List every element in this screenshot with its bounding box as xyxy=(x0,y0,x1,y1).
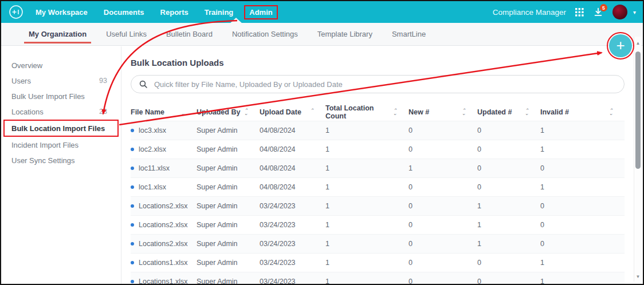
top-nav-item[interactable]: My Workspace xyxy=(32,7,91,18)
sidebar-item[interactable]: Overview xyxy=(5,59,117,72)
quick-filter-input[interactable] xyxy=(153,80,616,89)
logo-icon[interactable] xyxy=(8,4,24,20)
scrollbar-thumb[interactable] xyxy=(635,52,641,169)
column-header[interactable]: Updated # xyxy=(477,108,540,116)
cell-file-name: loc11.xlsx xyxy=(131,164,197,172)
apps-grid-icon[interactable] xyxy=(575,8,584,17)
table-row[interactable]: Locations2.xlsx Super Admin 03/24/2023 1… xyxy=(131,196,625,215)
cell-file-name: Locations2.xlsx xyxy=(131,202,197,210)
table-row[interactable]: loc3.xlsx Super Admin 04/08/2024 1 0 0 1 xyxy=(131,121,625,140)
notification-badge: 5 xyxy=(600,4,607,11)
topbar-right: Compliance Manager 5 ▾ xyxy=(493,5,636,19)
vertical-scrollbar[interactable]: ▲ ▼ xyxy=(634,37,641,282)
sidebar-item-label: User Sync Settings xyxy=(11,156,75,165)
cell-new: 1 xyxy=(409,164,477,172)
top-nav-item[interactable]: Admin xyxy=(246,7,276,18)
subnav-tab[interactable]: Bulletin Board xyxy=(165,24,214,44)
table-row[interactable]: Locations1.xlsx Super Admin 03/24/2023 1… xyxy=(131,272,625,285)
column-header[interactable]: File Name xyxy=(131,108,197,116)
cell-uploaded-by: Super Admin xyxy=(197,202,260,210)
sort-icon[interactable] xyxy=(461,109,466,115)
cell-total-location-count: 1 xyxy=(325,145,409,153)
cell-uploaded-by: Super Admin xyxy=(197,126,260,134)
table-row[interactable]: loc1.xlsx Super Admin 04/08/2024 1 0 0 1 xyxy=(131,177,625,196)
subnav-tab[interactable]: Notification Settings xyxy=(231,24,299,44)
cell-invalid: 1 xyxy=(540,126,625,134)
sort-icon[interactable] xyxy=(180,109,185,115)
cell-updated: 1 xyxy=(477,202,540,210)
column-header-label: Uploaded By xyxy=(197,108,240,116)
profile-caret-down-icon[interactable]: ▾ xyxy=(633,9,636,15)
cell-upload-date: 04/08/2024 xyxy=(260,183,325,191)
top-nav-item[interactable]: Reports xyxy=(157,7,192,18)
cell-new: 0 xyxy=(409,278,477,285)
subnav-tab[interactable]: Useful Links xyxy=(105,24,148,44)
file-bullet-icon xyxy=(131,223,134,227)
column-header[interactable]: Uploaded By xyxy=(197,108,260,116)
subnav-tab[interactable]: Template Library xyxy=(316,24,374,44)
app-window: My Workspace Documents Reports Training … xyxy=(0,0,644,285)
column-header[interactable]: Total Location Count xyxy=(325,104,409,120)
cell-upload-date: 04/08/2024 xyxy=(260,126,325,134)
file-bullet-icon xyxy=(131,148,134,151)
table-row[interactable]: loc2.xlsx Super Admin 04/08/2024 1 0 0 1 xyxy=(131,140,625,159)
table-row[interactable]: Locations2.xlsx Super Admin 03/24/2023 1… xyxy=(131,215,625,234)
file-bullet-icon xyxy=(131,242,134,246)
table-row[interactable]: loc11.xlsx Super Admin 04/08/2024 1 1 0 … xyxy=(131,159,625,177)
cell-uploaded-by: Super Admin xyxy=(197,278,260,285)
cell-upload-date: 04/08/2024 xyxy=(260,145,325,153)
admin-sidebar: Overview Users 93 Bulk User Import Files… xyxy=(1,46,121,284)
cell-updated: 0 xyxy=(477,259,540,267)
cell-new: 0 xyxy=(409,202,477,210)
sort-icon[interactable] xyxy=(244,109,248,115)
sidebar-item-label: Users xyxy=(11,77,31,85)
sort-icon[interactable] xyxy=(524,109,529,115)
cell-updated: 0 xyxy=(477,278,540,285)
column-header-label: New # xyxy=(409,108,429,116)
sidebar-item-count: 93 xyxy=(99,77,107,85)
cell-updated: 1 xyxy=(477,240,540,248)
top-nav-item[interactable]: Documents xyxy=(100,7,148,18)
top-nav-item[interactable]: Training xyxy=(201,7,237,18)
cell-upload-date: 03/24/2023 xyxy=(260,221,325,229)
cell-invalid: 0 xyxy=(540,221,625,229)
sort-icon[interactable] xyxy=(392,109,397,115)
sidebar-item[interactable]: Bulk Location Import Files xyxy=(5,121,117,136)
cell-file-name: Locations1.xlsx xyxy=(131,259,197,267)
cell-total-location-count: 1 xyxy=(325,240,409,248)
add-upload-button[interactable]: + xyxy=(609,34,632,57)
sidebar-item[interactable]: Locations 23 xyxy=(5,105,117,118)
user-avatar[interactable] xyxy=(612,5,627,19)
sort-icon[interactable] xyxy=(608,109,613,115)
sidebar-item[interactable]: Incident Import Files xyxy=(5,138,117,151)
column-header[interactable]: Invalid # xyxy=(540,108,625,116)
sidebar-item-label: Incident Import Files xyxy=(11,141,78,149)
quick-filter-searchbox xyxy=(131,75,625,93)
table-row[interactable]: Locations2.xlsx Super Admin 03/24/2023 1… xyxy=(131,234,625,253)
scroll-up-arrow-icon[interactable]: ▲ xyxy=(634,40,642,47)
cell-upload-date: 04/08/2024 xyxy=(260,164,325,172)
subnav-tab[interactable]: My Organization xyxy=(28,24,88,44)
column-header-label: Upload Date xyxy=(260,108,301,116)
sidebar-item[interactable]: Bulk User Import Files xyxy=(5,90,117,102)
downloads-icon[interactable]: 5 xyxy=(593,7,603,17)
column-header[interactable]: New # xyxy=(409,108,477,116)
top-navigation-bar: My Workspace Documents Reports Training … xyxy=(1,1,643,23)
subnav-tab[interactable]: SmartLine xyxy=(391,24,427,44)
cell-upload-date: 03/24/2023 xyxy=(260,202,325,210)
cell-total-location-count: 1 xyxy=(325,126,409,134)
cell-new: 0 xyxy=(409,183,477,191)
main-content: Bulk Location Uploads File Name xyxy=(121,46,643,284)
sidebar-item[interactable]: Users 93 xyxy=(5,74,117,87)
sort-icon[interactable] xyxy=(309,109,314,115)
cell-invalid: 1 xyxy=(540,183,625,191)
column-header[interactable]: Upload Date xyxy=(260,108,325,116)
sidebar-item[interactable]: User Sync Settings xyxy=(5,154,117,167)
sidebar-item-label: Overview xyxy=(11,61,42,70)
cell-new: 0 xyxy=(409,126,477,134)
scroll-down-arrow-icon[interactable]: ▼ xyxy=(634,274,642,280)
cell-invalid: 0 xyxy=(540,202,625,210)
column-header-label: Updated # xyxy=(477,108,512,116)
cell-total-location-count: 1 xyxy=(325,202,409,210)
table-row[interactable]: Locations1.xlsx Super Admin 03/24/2023 1… xyxy=(131,253,625,272)
